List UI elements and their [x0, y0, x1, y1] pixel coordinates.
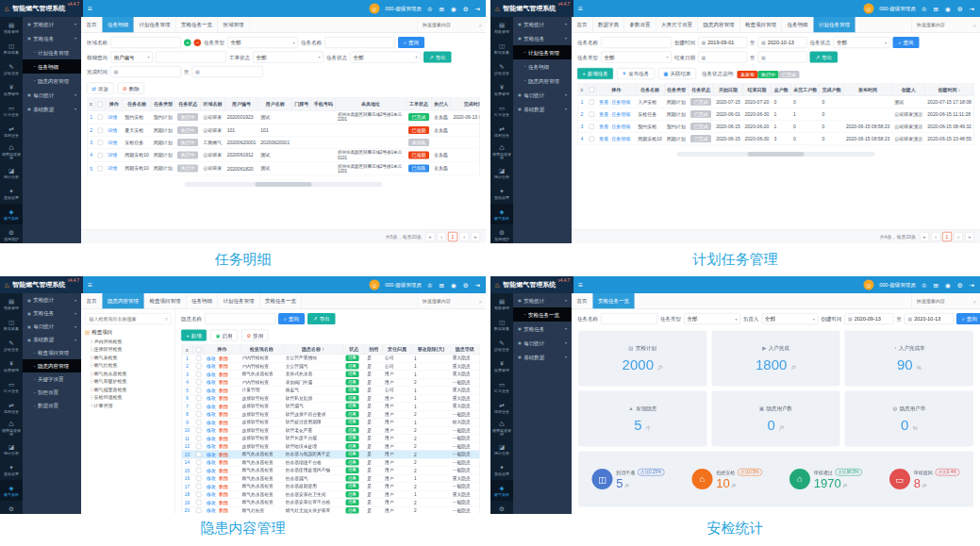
- quick-search-input[interactable]: [916, 22, 972, 28]
- rail-item[interactable]: ◈ 燃气安检: [0, 204, 23, 224]
- page-button[interactable]: 1: [942, 232, 952, 241]
- op-link[interactable]: 修改: [207, 420, 216, 425]
- column-header[interactable]: 整改期限(天): [411, 345, 450, 355]
- filter-select[interactable]: 全部▾: [350, 52, 421, 63]
- select-all-checkbox[interactable]: [193, 345, 205, 355]
- tree-item[interactable]: 户内管线检查: [90, 338, 172, 346]
- row-checkbox[interactable]: [589, 111, 594, 117]
- op-link[interactable]: 删除: [219, 459, 228, 465]
- table-row[interactable]: 7: [182, 403, 480, 411]
- table-row[interactable]: 17: [182, 483, 480, 491]
- rail-item[interactable]: ♺ 缴费渠道管理: [0, 141, 23, 162]
- op-link[interactable]: 删除: [219, 500, 228, 505]
- row-checkbox[interactable]: [196, 420, 202, 425]
- reassign-button[interactable]: ⇄改派: [87, 83, 114, 94]
- disable-button[interactable]: ⊘禁用: [241, 330, 269, 341]
- column-header[interactable]: 结束日期: [742, 84, 772, 96]
- rail-item[interactable]: ◪ 统计分析: [0, 438, 23, 459]
- column-header[interactable]: 任务状态: [689, 84, 714, 96]
- user-avatar[interactable]: ☺: [369, 280, 379, 290]
- rail-item[interactable]: ▤ 档案管理: [490, 293, 513, 314]
- rail-item[interactable]: ⇄ 远程业务: [0, 397, 23, 418]
- crown-icon[interactable]: ♔: [922, 281, 927, 289]
- op-link[interactable]: 修改: [207, 372, 216, 377]
- rail-item[interactable]: ◪ 统计分析: [490, 162, 513, 183]
- search-icon[interactable]: ⌕: [973, 298, 976, 305]
- filter-select[interactable]: 全部▾: [253, 52, 324, 63]
- page-button[interactable]: ›: [954, 232, 963, 241]
- filter-date-input[interactable]: ▦2020-10-13: [758, 37, 807, 48]
- rail-item[interactable]: ♺ 缴费渠道管理: [490, 141, 513, 162]
- settings-icon[interactable]: ⚙: [463, 5, 469, 12]
- tab[interactable]: 首页: [572, 17, 593, 33]
- link-result-button[interactable]: ▣关联结果: [658, 68, 696, 79]
- rail-item[interactable]: ◫ 数据采集: [490, 314, 513, 335]
- scrollbar-thumb[interactable]: [748, 152, 805, 157]
- column-header[interactable]: 完成时间 ↓: [451, 98, 480, 110]
- page-button[interactable]: »: [965, 232, 974, 241]
- op-link[interactable]: 修改: [207, 411, 216, 417]
- tab[interactable]: 计划任务管理: [814, 17, 856, 33]
- settings-icon[interactable]: ⚙: [957, 5, 963, 12]
- op-link[interactable]: 删除: [219, 372, 228, 377]
- tree-item[interactable]: 燃气报警器检查: [90, 386, 172, 394]
- tab[interactable]: 首页: [81, 293, 103, 309]
- sidebar-item[interactable]: 隐患内容管理: [513, 74, 572, 88]
- sidebar-item[interactable]: 数据设置: [23, 399, 81, 412]
- tab[interactable]: 安检任务一览: [593, 293, 636, 309]
- filter-date-input[interactable]: ▦2020-09-13: [845, 313, 894, 324]
- op-link[interactable]: 删除: [219, 491, 228, 497]
- tab[interactable]: 大屏尺寸设置: [656, 17, 699, 33]
- row-checkbox[interactable]: [196, 428, 202, 434]
- settings-icon[interactable]: ⚙: [463, 281, 469, 289]
- filter-date-input[interactable]: ▦: [110, 66, 181, 77]
- sidebar-item[interactable]: 安检统计: [513, 293, 572, 307]
- op-link[interactable]: 删除: [219, 443, 228, 449]
- crown-icon[interactable]: ♔: [427, 5, 433, 12]
- page-button[interactable]: »: [471, 232, 480, 241]
- rail-item[interactable]: ◪ 统计分析: [490, 438, 513, 459]
- table-row[interactable]: 5: [182, 387, 480, 395]
- sidebar-item[interactable]: 基础数据: [23, 102, 81, 116]
- row-checkbox[interactable]: [589, 136, 594, 141]
- sidebar-item[interactable]: 安检任务: [23, 31, 81, 45]
- apps-grid-icon[interactable]: ⊞: [934, 281, 938, 289]
- crown-icon[interactable]: ♔: [427, 281, 433, 289]
- op-link[interactable]: 任务明细: [611, 136, 630, 141]
- sidebar-item[interactable]: 每日统计: [23, 88, 81, 102]
- search-icon[interactable]: ⌕: [165, 316, 168, 323]
- column-header[interactable]: 工单状态: [406, 98, 431, 110]
- rail-item[interactable]: ✦ 营收设置: [490, 459, 513, 480]
- row-checkbox[interactable]: [196, 404, 202, 409]
- op-link[interactable]: 删除: [219, 420, 228, 425]
- op-link[interactable]: 任务明细: [611, 99, 630, 105]
- sidebar-item[interactable]: 安检统计: [513, 17, 572, 31]
- column-header[interactable]: 隐患名称 ↑: [283, 345, 343, 355]
- rail-item[interactable]: ✦ 营收设置: [0, 459, 23, 480]
- sidebar-item[interactable]: 每日统计: [23, 320, 81, 333]
- sidebar-item[interactable]: 隐患内容管理: [23, 74, 81, 88]
- user-avatar[interactable]: ☺: [369, 4, 379, 14]
- filter-select[interactable]: 全部▾: [834, 37, 890, 48]
- username[interactable]: 000-超级管理员: [879, 5, 916, 12]
- tree-item[interactable]: 燃气热水器检查: [90, 370, 172, 378]
- rail-item[interactable]: ⚙ 系统维护: [0, 224, 23, 243]
- column-header[interactable]: 区域名称: [201, 98, 225, 110]
- tab[interactable]: 任务明细: [103, 17, 135, 33]
- apps-grid-icon[interactable]: ⊞: [934, 5, 938, 12]
- table-row[interactable]: 4: [578, 133, 974, 145]
- collapse-menu-icon[interactable]: ≡: [88, 280, 92, 290]
- export-button[interactable]: ↗导出: [307, 313, 336, 324]
- rail-item[interactable]: ¥ 收费管理: [490, 79, 513, 100]
- rail-item[interactable]: ◪ 统计分析: [0, 162, 23, 183]
- op-link[interactable]: 修改: [207, 468, 216, 473]
- search-icon[interactable]: ⌕: [973, 22, 976, 28]
- column-header[interactable]: 任务状态: [175, 98, 201, 110]
- op-link[interactable]: 查看: [599, 124, 608, 129]
- sidebar-item[interactable]: 安检任务: [23, 306, 81, 320]
- enable-button[interactable]: ◉启用: [210, 330, 238, 341]
- op-link[interactable]: 删除: [219, 507, 228, 513]
- export-button[interactable]: ↗导出: [810, 52, 839, 63]
- row-checkbox[interactable]: [97, 115, 103, 121]
- table-row[interactable]: 3: [182, 371, 480, 379]
